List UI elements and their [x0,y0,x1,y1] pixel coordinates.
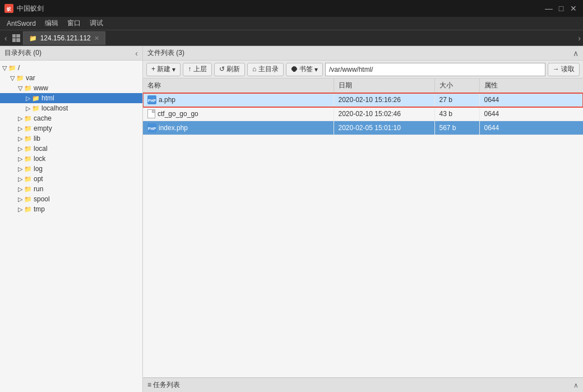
left-panel-collapse[interactable]: ‹ [135,49,138,58]
tree-node-var[interactable]: ▽ 📁 var [0,73,142,83]
path-input[interactable] [325,63,545,76]
left-panel-title: 目录列表 (0) [4,48,41,58]
tree-node-html[interactable]: ▷ 📁 html [0,93,142,103]
tab-nav-left[interactable]: ‹ [2,33,10,44]
right-panel-header: 文件列表 (3) ∧ [143,46,583,61]
folder-icon: 📁 [24,165,32,173]
bottom-bar-expand[interactable]: ∧ [573,381,579,389]
col-date-header[interactable]: 日期 [334,79,434,93]
up-label: ↑ 上层 [188,64,206,74]
bookmark-button[interactable]: ⯃ 书签 ▾ [286,63,323,76]
home-button[interactable]: ⌂ 主目录 [247,63,284,76]
expand-icon: ▷ [18,155,22,163]
tree-label: tmp [34,205,45,213]
folder-icon: 📁 [24,135,32,142]
file-date-cell: 2020-02-10 15:02:46 [334,107,434,121]
tree-node-root[interactable]: ▽ 📁 / [0,63,142,73]
file-table-container: 名称 日期 大小 属性 [143,79,583,377]
tree-node-log[interactable]: ▷ 📁 log [0,164,142,174]
expand-icon: ▷ [26,105,30,112]
tree-label: empty [34,124,52,132]
new-dropdown-icon: ▾ [172,66,175,73]
file-name-cell: PHP a.php [143,93,334,107]
folder-icon: 📁 [24,85,32,92]
tree-label: www [34,84,48,92]
tree-node-lib[interactable]: ▷ 📁 lib [0,133,142,144]
file-name-cell: PHP index.php [143,121,334,135]
expand-icon: ▽ [10,75,15,82]
table-row[interactable]: ctf_go_go_go 2020-02-10 15:02:46 43 b 06… [143,107,583,121]
tree-node-local[interactable]: ▷ 📁 local [0,144,142,154]
menu-debug[interactable]: 调试 [85,17,108,29]
task-list-label[interactable]: ≡ 任务列表 [147,380,180,390]
generic-file-icon [147,109,155,118]
expand-icon: ▷ [18,206,22,213]
title-bar-left: 蚁 中国蚁剑 [4,4,44,13]
tree-node-tmp[interactable]: ▷ 📁 tmp [0,204,142,214]
tree-label: var [26,74,35,82]
tree-node-lock[interactable]: ▷ 📁 lock [0,154,142,164]
window-controls: — □ ✕ [544,3,579,13]
tree-label: lock [34,155,45,163]
folder-icon: 📁 [24,196,32,203]
tree-node-localhost[interactable]: ▷ 📁 localhost [0,103,142,113]
tree-node-cache[interactable]: ▷ 📁 cache [0,113,142,123]
tree-label: local [34,145,48,153]
folder-icon: 📁 [32,105,40,112]
folder-icon: 📁 [8,64,16,72]
expand-icon: ▷ [18,176,22,183]
tree-area[interactable]: ▽ 📁 / ▽ 📁 var ▽ 📁 www ▷ 📁 [0,61,142,392]
up-button[interactable]: ↑ 上层 [183,63,211,76]
right-panel-title: 文件列表 (3) [147,48,184,58]
new-button[interactable]: + 新建 ▾ [146,63,181,76]
php-file-icon: PHP [147,123,156,132]
maximize-button[interactable]: □ [556,3,566,13]
file-table: 名称 日期 大小 属性 [143,79,583,135]
title-bar: 蚁 中国蚁剑 — □ ✕ [0,0,583,17]
folder-icon: 📁 [24,155,32,163]
folder-icon: 📁 [16,75,24,82]
tree-label: / [18,64,20,72]
tree-label: log [34,165,43,173]
tree-node-empty[interactable]: ▷ 📁 empty [0,123,142,133]
file-date-cell: 2020-02-10 15:16:26 [334,93,434,107]
go-button[interactable]: → 读取 [548,63,580,76]
col-size-header[interactable]: 大小 [434,79,479,93]
col-attr-header[interactable]: 属性 [479,79,583,93]
tab-nav-right[interactable]: › [578,34,581,43]
file-toolbar: + 新建 ▾ ↑ 上层 ↺ 刷新 ⌂ 主目录 ⯃ 书签 ▾ → 读取 [143,61,583,79]
menu-antsword[interactable]: AntSword [2,19,40,29]
tree-label: opt [34,175,43,183]
menu-bar: AntSword 编辑 窗口 调试 [0,17,583,30]
col-name-header[interactable]: 名称 [143,79,334,93]
right-panel-collapse[interactable]: ∧ [573,49,579,58]
expand-icon: ▽ [18,85,22,92]
folder-icon: 📁 [24,186,32,193]
tree-label: lib [34,135,40,142]
svg-text:PHP: PHP [148,127,156,131]
tree-node-opt[interactable]: ▷ 📁 opt [0,174,142,184]
tree-node-run[interactable]: ▷ 📁 run [0,184,142,194]
folder-icon: 📁 [24,145,32,153]
refresh-button[interactable]: ↺ 刷新 [214,63,245,76]
expand-icon: ▷ [18,125,22,132]
table-row[interactable]: PHP a.php 2020-02-10 15:16:26 27 b 0644 [143,93,583,107]
menu-window[interactable]: 窗口 [63,17,85,29]
close-button[interactable]: ✕ [568,3,579,13]
folder-icon: 📁 [32,95,40,102]
table-row[interactable]: PHP index.php 2020-02-05 15:01:10 567 b … [143,121,583,135]
tab-grid-button[interactable] [11,33,22,44]
table-header-row: 名称 日期 大小 属性 [143,79,583,93]
tree-node-www[interactable]: ▽ 📁 www [0,83,142,93]
file-date-cell: 2020-02-05 15:01:10 [334,121,434,135]
tree-label: localhost [41,104,68,112]
minimize-button[interactable]: — [544,3,554,13]
tab-close-button[interactable]: ✕ [94,35,99,42]
expand-icon: ▽ [2,64,7,72]
tree-node-spool[interactable]: ▷ 📁 spool [0,194,142,204]
file-name-cell: ctf_go_go_go [143,107,334,121]
menu-edit[interactable]: 编辑 [40,17,63,29]
tab-host[interactable]: 📁 124.156.121.112 ✕ [23,31,105,45]
expand-icon: ▷ [18,115,22,122]
left-panel-header: 目录列表 (0) ‹ [0,46,142,61]
